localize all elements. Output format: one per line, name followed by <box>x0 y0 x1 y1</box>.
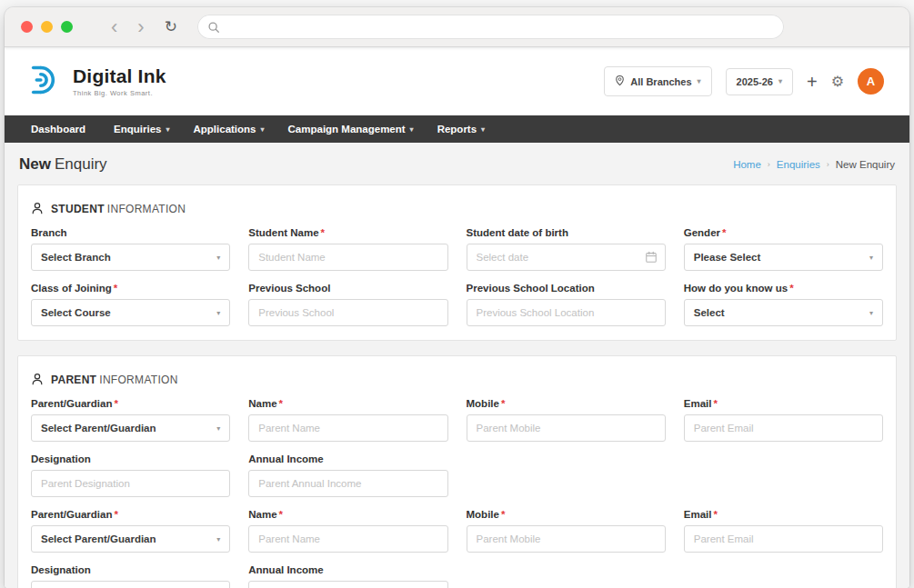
student-name-input[interactable] <box>248 244 447 271</box>
parent2-designation-input[interactable] <box>31 581 230 588</box>
field-label: Gender* <box>684 227 883 238</box>
address-bar[interactable] <box>197 15 784 39</box>
academic-year-label: 2025-26 <box>737 76 773 87</box>
avatar[interactable]: A <box>858 68 884 95</box>
forward-button[interactable]: › <box>137 17 144 37</box>
chevron-down-icon: ▾ <box>869 254 873 262</box>
field-label: Designation <box>31 564 230 575</box>
field-parent2-guardian: Parent/Guardian* Select Parent/Guardian … <box>31 509 230 553</box>
person-icon <box>31 202 44 214</box>
chevron-down-icon: ▾ <box>166 125 169 134</box>
search-icon <box>207 21 220 34</box>
field-parent2-mobile: Mobile* <box>467 509 666 553</box>
window-controls <box>21 21 73 33</box>
academic-year-selector-button[interactable]: 2025-26 ▾ <box>726 68 793 95</box>
page-content: NewEnquiry Home › Enquiries › New Enquir… <box>5 143 909 588</box>
person-icon <box>31 373 44 385</box>
digital-ink-logo-icon <box>30 64 65 100</box>
class-of-joining-select[interactable]: Select Course ▾ <box>31 299 230 326</box>
breadcrumb-separator: › <box>768 160 770 169</box>
main-nav: Dashboard Enquiries ▾ Applications ▾ Cam… <box>5 115 909 143</box>
field-label: Branch <box>31 227 230 238</box>
chevron-down-icon: ▾ <box>410 125 414 134</box>
field-parent1-designation: Designation <box>31 453 230 497</box>
branch-selector-button[interactable]: All Branches ▾ <box>604 66 711 96</box>
nav-item-dashboard[interactable]: Dashboard <box>19 115 102 143</box>
field-branch: Branch Select Branch ▾ <box>31 227 230 271</box>
field-label: Parent/Guardian* <box>31 509 230 520</box>
browser-window: ‹ › ↻ Digital Ink <box>5 7 909 588</box>
field-label: Mobile* <box>467 398 666 409</box>
gear-icon[interactable]: ⚙ <box>831 75 844 89</box>
previous-school-location-input[interactable] <box>467 299 666 326</box>
field-label: Email* <box>684 398 883 409</box>
zoom-window-button[interactable] <box>61 21 73 33</box>
student-information-card: STUDENTINFORMATION Branch Select Branch … <box>17 184 897 341</box>
field-student-dob: Student date of birth <box>467 227 666 271</box>
field-how-do-you-know-us: How do you know us* Select ▾ <box>684 283 883 326</box>
parent1-annual-income-input[interactable] <box>248 470 447 497</box>
chevron-down-icon: ▾ <box>216 254 220 262</box>
previous-school-input[interactable] <box>248 299 447 326</box>
field-previous-school: Previous School <box>248 283 447 326</box>
parent1-designation-input[interactable] <box>31 470 230 497</box>
field-parent1-mobile: Mobile* <box>467 398 666 442</box>
breadcrumb-enquiries[interactable]: Enquiries <box>777 159 820 170</box>
parent1-mobile-input[interactable] <box>467 414 666 442</box>
close-window-button[interactable] <box>21 21 33 33</box>
field-parent2-name: Name* <box>248 509 447 553</box>
breadcrumb-home[interactable]: Home <box>733 159 761 170</box>
nav-item-applications[interactable]: Applications ▾ <box>182 115 276 143</box>
parent1-name-input[interactable] <box>248 414 447 442</box>
nav-item-reports[interactable]: Reports ▾ <box>426 115 497 143</box>
parent2-mobile-input[interactable] <box>467 525 666 553</box>
field-label: Designation <box>31 453 230 464</box>
field-label: Previous School Location <box>467 283 666 294</box>
nav-item-enquiries[interactable]: Enquiries ▾ <box>102 115 181 143</box>
parent1-guardian-select[interactable]: Select Parent/Guardian ▾ <box>31 414 230 442</box>
gender-select[interactable]: Please Select ▾ <box>684 244 883 271</box>
nav-item-campaign-management[interactable]: Campaign Management ▾ <box>276 115 426 143</box>
field-label: Email* <box>684 509 883 520</box>
branch-select[interactable]: Select Branch ▾ <box>31 244 230 271</box>
field-parent1-annual-income: Annual Income <box>248 453 447 497</box>
brand-logo: Digital Ink Think Big. Work Smart. <box>30 64 166 100</box>
field-label: Annual Income <box>248 453 447 464</box>
chevron-down-icon: ▾ <box>216 535 220 543</box>
back-button[interactable]: ‹ <box>111 17 117 37</box>
brand-tagline: Think Big. Work Smart. <box>73 89 166 97</box>
how-do-you-know-us-select[interactable]: Select ▾ <box>684 299 883 326</box>
url-input[interactable] <box>226 21 774 34</box>
reload-button[interactable]: ↻ <box>165 19 177 35</box>
chevron-down-icon: ▾ <box>261 125 265 134</box>
parent2-name-input[interactable] <box>248 525 447 553</box>
field-parent1-name: Name* <box>248 398 447 442</box>
field-class-of-joining: Class of Joining* Select Course ▾ <box>31 283 230 326</box>
student-dob-input[interactable] <box>467 244 666 271</box>
minimize-window-button[interactable] <box>41 21 53 33</box>
add-icon[interactable]: + <box>807 73 818 91</box>
parent-information-card: PARENTINFORMATION Parent/Guardian* Selec… <box>17 355 897 588</box>
field-parent2-email: Email* <box>684 509 883 553</box>
field-label: How do you know us* <box>684 283 883 294</box>
field-label: Parent/Guardian* <box>31 398 230 409</box>
parent2-email-input[interactable] <box>684 525 883 553</box>
field-label: Annual Income <box>248 564 447 575</box>
parent2-guardian-select[interactable]: Select Parent/Guardian ▾ <box>31 525 230 553</box>
field-parent1-email: Email* <box>684 398 883 442</box>
student-section-header: STUDENTINFORMATION <box>30 198 884 227</box>
chevron-down-icon: ▾ <box>216 309 220 317</box>
parent2-annual-income-input[interactable] <box>248 581 447 588</box>
browser-chrome: ‹ › ↻ <box>5 7 909 47</box>
field-label: Student date of birth <box>467 227 666 238</box>
chevron-down-icon: ▾ <box>481 125 485 134</box>
field-gender: Gender* Please Select ▾ <box>684 227 883 271</box>
chevron-down-icon: ▾ <box>869 309 873 317</box>
field-parent1-guardian: Parent/Guardian* Select Parent/Guardian … <box>31 398 230 442</box>
branch-selector-label: All Branches <box>630 76 691 87</box>
field-label: Name* <box>248 509 447 520</box>
parent1-email-input[interactable] <box>684 414 883 442</box>
breadcrumb-separator: › <box>827 160 829 169</box>
chevron-down-icon: ▾ <box>698 77 701 85</box>
page-title: NewEnquiry <box>19 155 107 174</box>
